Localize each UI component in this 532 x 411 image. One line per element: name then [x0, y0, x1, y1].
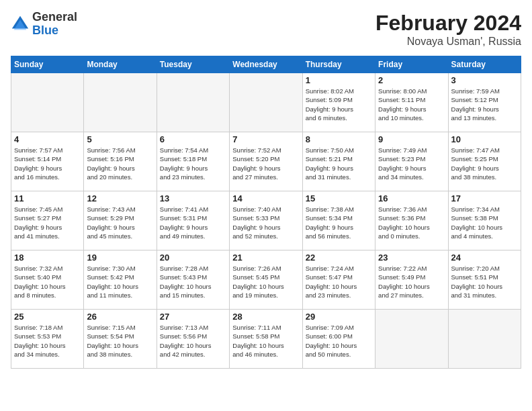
calendar-cell: 12Sunrise: 7:43 AM Sunset: 5:29 PM Dayli…: [84, 191, 157, 250]
day-info: Sunrise: 7:11 AM Sunset: 5:58 PM Dayligh…: [232, 323, 299, 359]
day-number: 5: [87, 134, 153, 144]
calendar-cell: 26Sunrise: 7:15 AM Sunset: 5:54 PM Dayli…: [84, 310, 157, 369]
day-info: Sunrise: 7:49 AM Sunset: 5:23 PM Dayligh…: [378, 146, 445, 181]
calendar-cell: 9Sunrise: 7:49 AM Sunset: 5:23 PM Daylig…: [375, 132, 448, 191]
weekday-header-tuesday: Tuesday: [157, 56, 229, 73]
day-info: Sunrise: 7:34 AM Sunset: 5:38 PM Dayligh…: [451, 205, 518, 240]
day-info: Sunrise: 7:24 AM Sunset: 5:47 PM Dayligh…: [306, 264, 372, 300]
day-info: Sunrise: 8:00 AM Sunset: 5:11 PM Dayligh…: [378, 87, 445, 122]
logo-general: General: [32, 11, 77, 24]
day-number: 29: [306, 312, 372, 322]
day-info: Sunrise: 7:22 AM Sunset: 5:49 PM Dayligh…: [378, 264, 445, 300]
day-number: 26: [87, 312, 153, 322]
weekday-header-wednesday: Wednesday: [230, 56, 302, 73]
calendar-cell: [157, 73, 229, 132]
calendar-cell: [230, 73, 302, 132]
calendar-cell: 29Sunrise: 7:09 AM Sunset: 6:00 PM Dayli…: [302, 310, 375, 369]
day-number: 23: [378, 253, 445, 263]
calendar-cell: 18Sunrise: 7:32 AM Sunset: 5:40 PM Dayli…: [11, 250, 84, 310]
day-info: Sunrise: 7:15 AM Sunset: 5:54 PM Dayligh…: [87, 323, 153, 359]
day-info: Sunrise: 7:30 AM Sunset: 5:42 PM Dayligh…: [87, 264, 153, 300]
calendar-cell: 13Sunrise: 7:41 AM Sunset: 5:31 PM Dayli…: [157, 191, 229, 250]
day-info: Sunrise: 7:13 AM Sunset: 5:56 PM Dayligh…: [160, 323, 226, 359]
day-number: 24: [451, 253, 518, 263]
calendar-cell: 3Sunrise: 7:59 AM Sunset: 5:12 PM Daylig…: [448, 73, 521, 132]
calendar-cell: 6Sunrise: 7:54 AM Sunset: 5:18 PM Daylig…: [157, 132, 229, 191]
day-number: 7: [232, 134, 299, 144]
day-info: Sunrise: 7:38 AM Sunset: 5:34 PM Dayligh…: [306, 205, 372, 240]
day-number: 1: [306, 75, 372, 85]
weekday-header-saturday: Saturday: [448, 56, 521, 73]
calendar-cell: 23Sunrise: 7:22 AM Sunset: 5:49 PM Dayli…: [375, 250, 448, 310]
day-info: Sunrise: 7:54 AM Sunset: 5:18 PM Dayligh…: [160, 146, 226, 181]
calendar-cell: 10Sunrise: 7:47 AM Sunset: 5:25 PM Dayli…: [448, 132, 521, 191]
weekday-header-row: SundayMondayTuesdayWednesdayThursdayFrid…: [11, 56, 521, 73]
day-info: Sunrise: 7:32 AM Sunset: 5:40 PM Dayligh…: [14, 264, 81, 300]
day-number: 8: [306, 134, 372, 144]
calendar-cell: 14Sunrise: 7:40 AM Sunset: 5:33 PM Dayli…: [230, 191, 302, 250]
weekday-header-thursday: Thursday: [302, 56, 375, 73]
day-info: Sunrise: 7:57 AM Sunset: 5:14 PM Dayligh…: [14, 146, 81, 181]
day-number: 4: [14, 134, 81, 144]
day-number: 27: [160, 312, 226, 322]
day-info: Sunrise: 7:20 AM Sunset: 5:51 PM Dayligh…: [451, 264, 518, 300]
calendar-cell: 28Sunrise: 7:11 AM Sunset: 5:58 PM Dayli…: [230, 310, 302, 369]
calendar-cell: 15Sunrise: 7:38 AM Sunset: 5:34 PM Dayli…: [302, 191, 375, 250]
calendar-cell: [84, 73, 157, 132]
week-row-1: 1Sunrise: 8:02 AM Sunset: 5:09 PM Daylig…: [11, 73, 521, 132]
day-number: 11: [14, 193, 81, 203]
calendar-cell: 19Sunrise: 7:30 AM Sunset: 5:42 PM Dayli…: [84, 250, 157, 310]
calendar-cell: 8Sunrise: 7:50 AM Sunset: 5:21 PM Daylig…: [302, 132, 375, 191]
calendar-cell: 25Sunrise: 7:18 AM Sunset: 5:53 PM Dayli…: [11, 310, 84, 369]
logo: General Blue: [11, 11, 77, 38]
calendar-cell: 24Sunrise: 7:20 AM Sunset: 5:51 PM Dayli…: [448, 250, 521, 310]
calendar-cell: 22Sunrise: 7:24 AM Sunset: 5:47 PM Dayli…: [302, 250, 375, 310]
day-number: 2: [378, 75, 445, 85]
day-info: Sunrise: 8:02 AM Sunset: 5:09 PM Dayligh…: [306, 87, 372, 122]
calendar-cell: [448, 310, 521, 369]
weekday-header-monday: Monday: [84, 56, 157, 73]
day-number: 25: [14, 312, 81, 322]
day-info: Sunrise: 7:50 AM Sunset: 5:21 PM Dayligh…: [306, 146, 372, 181]
logo-text: General Blue: [32, 11, 77, 38]
day-number: 6: [160, 134, 226, 144]
calendar-cell: 11Sunrise: 7:45 AM Sunset: 5:27 PM Dayli…: [11, 191, 84, 250]
week-row-2: 4Sunrise: 7:57 AM Sunset: 5:14 PM Daylig…: [11, 132, 521, 191]
day-number: 13: [160, 193, 226, 203]
calendar-cell: 5Sunrise: 7:56 AM Sunset: 5:16 PM Daylig…: [84, 132, 157, 191]
day-info: Sunrise: 7:52 AM Sunset: 5:20 PM Dayligh…: [232, 146, 299, 181]
day-number: 22: [306, 253, 372, 263]
day-info: Sunrise: 7:09 AM Sunset: 6:00 PM Dayligh…: [306, 323, 372, 359]
day-number: 3: [451, 75, 518, 85]
day-info: Sunrise: 7:41 AM Sunset: 5:31 PM Dayligh…: [160, 205, 226, 240]
title-block: February 2024 Novaya Usman', Russia: [375, 11, 521, 48]
calendar-cell: 4Sunrise: 7:57 AM Sunset: 5:14 PM Daylig…: [11, 132, 84, 191]
calendar-cell: [11, 73, 84, 132]
day-number: 28: [232, 312, 299, 322]
weekday-header-friday: Friday: [375, 56, 448, 73]
day-number: 21: [232, 253, 299, 263]
day-number: 10: [451, 134, 518, 144]
calendar-cell: 20Sunrise: 7:28 AM Sunset: 5:43 PM Dayli…: [157, 250, 229, 310]
calendar-cell: 2Sunrise: 8:00 AM Sunset: 5:11 PM Daylig…: [375, 73, 448, 132]
calendar-cell: 21Sunrise: 7:26 AM Sunset: 5:45 PM Dayli…: [230, 250, 302, 310]
logo-blue: Blue: [32, 24, 77, 38]
main-title: February 2024: [375, 11, 521, 36]
calendar-cell: 7Sunrise: 7:52 AM Sunset: 5:20 PM Daylig…: [230, 132, 302, 191]
week-row-3: 11Sunrise: 7:45 AM Sunset: 5:27 PM Dayli…: [11, 191, 521, 250]
day-info: Sunrise: 7:18 AM Sunset: 5:53 PM Dayligh…: [14, 323, 81, 359]
week-row-5: 25Sunrise: 7:18 AM Sunset: 5:53 PM Dayli…: [11, 310, 521, 369]
day-info: Sunrise: 7:47 AM Sunset: 5:25 PM Dayligh…: [451, 146, 518, 181]
week-row-4: 18Sunrise: 7:32 AM Sunset: 5:40 PM Dayli…: [11, 250, 521, 310]
day-info: Sunrise: 7:26 AM Sunset: 5:45 PM Dayligh…: [232, 264, 299, 300]
day-info: Sunrise: 7:59 AM Sunset: 5:12 PM Dayligh…: [451, 87, 518, 122]
calendar-cell: 17Sunrise: 7:34 AM Sunset: 5:38 PM Dayli…: [448, 191, 521, 250]
day-info: Sunrise: 7:40 AM Sunset: 5:33 PM Dayligh…: [232, 205, 299, 240]
day-number: 20: [160, 253, 226, 263]
calendar-cell: 27Sunrise: 7:13 AM Sunset: 5:56 PM Dayli…: [157, 310, 229, 369]
day-number: 12: [87, 193, 153, 203]
day-info: Sunrise: 7:36 AM Sunset: 5:36 PM Dayligh…: [378, 205, 445, 240]
calendar-table: SundayMondayTuesdayWednesdayThursdayFrid…: [11, 56, 521, 369]
calendar-cell: 1Sunrise: 8:02 AM Sunset: 5:09 PM Daylig…: [302, 73, 375, 132]
day-info: Sunrise: 7:45 AM Sunset: 5:27 PM Dayligh…: [14, 205, 81, 240]
